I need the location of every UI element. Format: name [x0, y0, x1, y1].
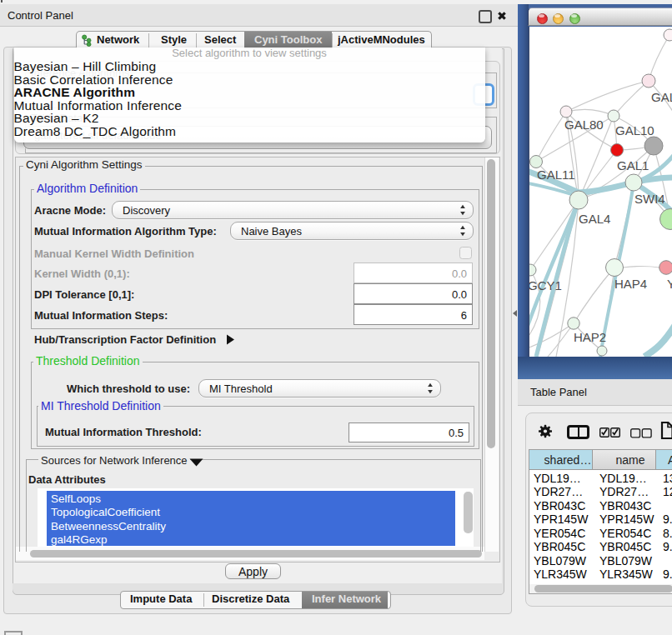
- svg-text:HAP2: HAP2: [574, 330, 606, 344]
- svg-text:GAL2: GAL2: [651, 90, 672, 104]
- svg-text:GAL4: GAL4: [579, 212, 610, 226]
- svg-text:GAL10: GAL10: [615, 123, 654, 138]
- svg-text:GCY1: GCY1: [529, 278, 562, 292]
- svg-text:Y: Y: [667, 277, 672, 291]
- svg-text:SWI4: SWI4: [634, 192, 665, 206]
- svg-text:GAL11: GAL11: [537, 168, 575, 182]
- svg-text:HAP4: HAP4: [614, 277, 647, 291]
- svg-text:GAL80: GAL80: [564, 118, 604, 132]
- svg-text:GAL1: GAL1: [617, 158, 649, 172]
